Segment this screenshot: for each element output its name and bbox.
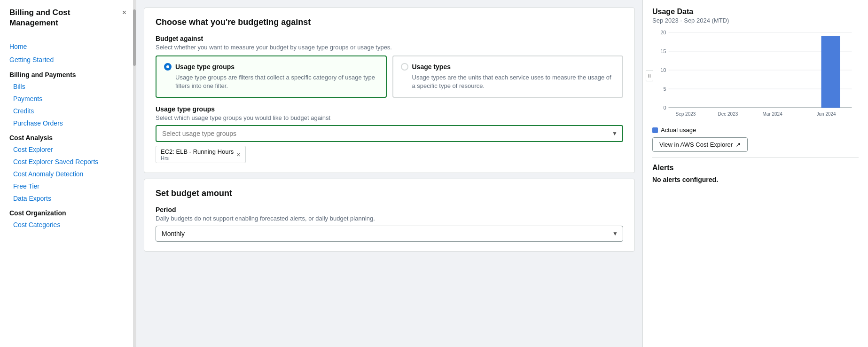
budget-amount-title: Set budget amount [156, 189, 623, 198]
svg-text:0: 0 [663, 105, 666, 110]
usage-data-date-range: Sep 2023 - Sep 2024 (MTD) [652, 17, 859, 24]
svg-text:Sep 2023: Sep 2023 [676, 111, 696, 117]
alerts-title: Alerts [652, 164, 859, 172]
usage-type-desc: Select which usage type groups you would… [156, 114, 623, 121]
sidebar: Billing and Cost Management × Home Getti… [0, 0, 136, 347]
sidebar-item-payments[interactable]: Payments [0, 93, 136, 105]
sidebar-item-credits[interactable]: Credits [0, 105, 136, 117]
radio-header-2: Usage types [401, 63, 615, 71]
main-content: Choose what you're budgeting against Bud… [136, 0, 868, 347]
svg-text:20: 20 [660, 30, 666, 35]
actual-usage-legend: Actual usage [652, 126, 859, 134]
usage-type-section: Usage type groups Select which usage typ… [156, 105, 623, 163]
external-link-icon: ↗ [735, 141, 741, 148]
svg-text:15: 15 [660, 48, 666, 54]
sidebar-section-cost-analysis: Cost Analysis [0, 129, 136, 143]
sidebar-item-cost-categories[interactable]: Cost Categories [0, 219, 136, 231]
sidebar-close-button[interactable]: × [120, 8, 128, 18]
sidebar-header: Billing and Cost Management × [0, 0, 136, 36]
usage-type-label: Usage type groups [156, 105, 623, 113]
tag-unit: Hrs [161, 155, 234, 161]
tag-close-button[interactable]: × [236, 151, 240, 158]
sidebar-title: Billing and Cost Management [9, 8, 120, 28]
legend-color-box [652, 127, 658, 133]
radio-circle-1 [164, 63, 172, 71]
svg-text:10: 10 [660, 67, 666, 73]
sidebar-section-cost-org: Cost Organization [0, 205, 136, 219]
radio-card-usage-types[interactable]: Usage types Usage types are the units th… [392, 55, 624, 98]
sidebar-item-free-tier[interactable]: Free Tier [0, 180, 136, 192]
budget-amount-card: Set budget amount Period Daily budgets d… [144, 179, 635, 252]
usage-type-select-wrapper[interactable]: ▼ [156, 125, 623, 142]
pause-button[interactable]: ⏸ [646, 70, 653, 81]
tag-name: EC2: ELB - Running Hours [161, 148, 234, 155]
right-panel: Usage Data Sep 2023 - Sep 2024 (MTD) ⏸ 2… [642, 0, 868, 347]
form-area: Choose what you're budgeting against Bud… [136, 0, 642, 347]
usage-chart-container: ⏸ 20 15 10 5 0 [652, 29, 859, 123]
alerts-section: Alerts No alerts configured. [652, 158, 859, 183]
budgeting-card-title: Choose what you're budgeting against [156, 17, 623, 27]
radio-title-1: Usage type groups [175, 63, 235, 71]
sidebar-item-home[interactable]: Home [0, 40, 136, 53]
svg-text:5: 5 [663, 86, 666, 92]
view-explorer-button[interactable]: View in AWS Cost Explorer ↗ [652, 137, 748, 152]
sidebar-section-billing: Billing and Payments [0, 66, 136, 80]
period-select[interactable]: Monthly Daily Quarterly Annually [156, 226, 623, 241]
period-desc: Daily budgets do not support enabling fo… [156, 215, 623, 222]
svg-text:Dec 2023: Dec 2023 [718, 111, 738, 117]
sidebar-item-cost-anomaly[interactable]: Cost Anomaly Detection [0, 168, 136, 180]
radio-header-1: Usage type groups [164, 63, 378, 71]
tag-content: EC2: ELB - Running Hours Hrs [161, 148, 234, 161]
usage-data-title: Usage Data [652, 8, 859, 16]
actual-usage-label: Actual usage [661, 126, 696, 134]
budget-type-radio-group: Usage type groups Usage type groups are … [156, 55, 623, 98]
usage-bar [821, 36, 840, 108]
sidebar-item-bills[interactable]: Bills [0, 80, 136, 93]
usage-chart: 20 15 10 5 0 Sep 2023 [652, 29, 859, 123]
sidebar-scrollbar-thumb [133, 9, 136, 66]
budget-against-desc: Select whether you want to measure your … [156, 44, 623, 51]
sidebar-item-cost-explorer[interactable]: Cost Explorer [0, 143, 136, 156]
radio-title-2: Usage types [412, 63, 451, 71]
sidebar-item-data-exports[interactable]: Data Exports [0, 192, 136, 205]
no-alerts-message: No alerts configured. [652, 176, 859, 183]
usage-type-tag: EC2: ELB - Running Hours Hrs × [156, 146, 246, 163]
usage-type-select-input[interactable] [156, 126, 622, 141]
radio-card-usage-type-groups[interactable]: Usage type groups Usage type groups are … [156, 55, 387, 98]
sidebar-scrollbar[interactable] [133, 0, 136, 347]
sidebar-item-cost-explorer-saved[interactable]: Cost Explorer Saved Reports [0, 156, 136, 168]
budgeting-card: Choose what you're budgeting against Bud… [144, 8, 635, 173]
svg-text:Jun 2024: Jun 2024 [817, 111, 837, 117]
radio-circle-2 [401, 63, 408, 71]
svg-text:Mar 2024: Mar 2024 [763, 111, 783, 117]
radio-desc-2: Usage types are the units that each serv… [412, 73, 615, 90]
view-explorer-label: View in AWS Cost Explorer [659, 141, 733, 148]
usage-data-section: Usage Data Sep 2023 - Sep 2024 (MTD) ⏸ 2… [652, 8, 859, 152]
radio-desc-1: Usage type groups are filters that colle… [175, 73, 378, 90]
sidebar-item-getting-started[interactable]: Getting Started [0, 53, 136, 66]
period-label: Period [156, 206, 623, 213]
sidebar-nav: Home Getting Started Billing and Payment… [0, 36, 136, 347]
period-select-wrapper[interactable]: Monthly Daily Quarterly Annually ▼ [156, 226, 623, 242]
sidebar-item-purchase-orders[interactable]: Purchase Orders [0, 117, 136, 129]
budget-against-label: Budget against [156, 35, 623, 42]
